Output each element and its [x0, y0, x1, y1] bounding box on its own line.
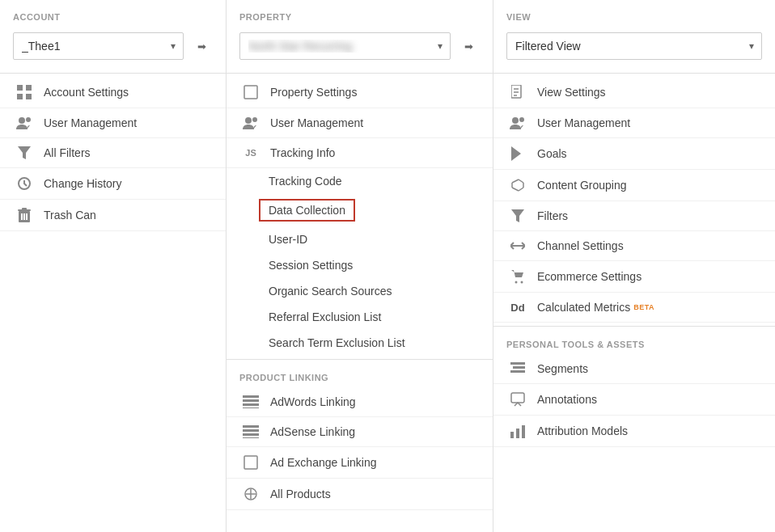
svg-point-4 [19, 117, 25, 124]
svg-point-15 [245, 117, 252, 124]
property-arrow-button[interactable]: ➡ [457, 35, 480, 57]
trash-icon [13, 208, 36, 222]
beta-badge: BETA [633, 303, 654, 311]
view-user-management-label: User Management [537, 116, 630, 129]
view-settings-label: View Settings [537, 86, 606, 99]
view-select[interactable]: Filtered View [506, 32, 762, 60]
svg-rect-0 [17, 85, 23, 91]
personal-tools-divider [493, 326, 775, 327]
sidebar-item-ad-exchange-linking[interactable]: Ad Exchange Linking [227, 447, 493, 479]
filter-icon [13, 146, 36, 159]
property-settings-label: Property Settings [270, 86, 357, 99]
svg-rect-14 [244, 86, 257, 99]
sidebar-item-all-filters[interactable]: All Filters [0, 138, 226, 168]
view-filter-icon [506, 209, 529, 222]
view-divider [493, 73, 775, 74]
sub-session-settings[interactable]: Session Settings [227, 252, 493, 278]
svg-line-38 [512, 188, 519, 191]
all-products-label: All Products [270, 488, 331, 500]
sub-referral-exclusion-list[interactable]: Referral Exclusion List [227, 304, 493, 330]
account-divider [0, 73, 226, 74]
sidebar-item-user-management[interactable]: User Management [0, 108, 226, 138]
ad-exchange-icon [239, 455, 262, 470]
sidebar-item-channel-settings[interactable]: Channel Settings [493, 231, 775, 261]
sidebar-item-view-settings[interactable]: View Settings [493, 77, 775, 108]
ecommerce-settings-label: Ecommerce Settings [537, 270, 642, 283]
calculated-metrics-label: Calculated Metrics [537, 301, 630, 314]
tracking-code-label: Tracking Code [269, 175, 342, 188]
svg-rect-50 [510, 432, 514, 438]
adsense-icon [239, 425, 262, 438]
svg-point-16 [252, 117, 257, 122]
view-column: VIEW Filtered View View Settings [493, 0, 775, 532]
view-label: VIEW [506, 12, 531, 22]
content-grouping-icon [506, 178, 529, 192]
sidebar-item-segments[interactable]: Segments [493, 354, 775, 384]
sub-search-term-exclusion-list[interactable]: Search Term Exclusion List [227, 330, 493, 356]
sidebar-item-goals[interactable]: Goals [493, 138, 775, 170]
account-select[interactable]: _Thee1 [13, 32, 184, 60]
property-select[interactable]: North Star Recurring [239, 32, 451, 60]
content-grouping-label: Content Grouping [537, 179, 627, 192]
channel-settings-icon [506, 239, 529, 252]
account-dropdown-wrapper: _Thee1 ➡ [0, 27, 226, 70]
user-id-label: User-ID [269, 233, 307, 246]
property-users-icon [239, 116, 262, 129]
sidebar-item-content-grouping[interactable]: Content Grouping [493, 170, 775, 201]
sub-tracking-code[interactable]: Tracking Code [227, 168, 493, 194]
sidebar-item-all-products[interactable]: All Products [227, 479, 493, 510]
svg-point-44 [515, 281, 518, 284]
sidebar-item-trash-can[interactable]: Trash Can [0, 200, 226, 231]
sidebar-item-tracking-info[interactable]: JS Tracking Info [227, 138, 493, 168]
all-filters-label: All Filters [44, 146, 91, 159]
sidebar-item-filters[interactable]: Filters [493, 201, 775, 231]
segments-icon [506, 362, 529, 375]
sidebar-item-property-settings[interactable]: Property Settings [227, 77, 493, 108]
svg-rect-20 [243, 407, 259, 408]
goals-label: Goals [537, 147, 567, 160]
sidebar-item-account-settings[interactable]: Account Settings [0, 77, 226, 108]
svg-point-5 [26, 117, 31, 122]
adwords-linking-label: AdWords Linking [270, 395, 356, 408]
sub-user-id[interactable]: User-ID [227, 226, 493, 252]
sub-data-collection[interactable]: Data Collection [227, 194, 493, 226]
property-select-wrapper[interactable]: North Star Recurring [239, 32, 451, 60]
property-header: PROPERTY [227, 0, 493, 27]
trash-can-label: Trash Can [44, 209, 96, 222]
sidebar-item-calculated-metrics[interactable]: Dd Calculated Metrics BETA [493, 293, 775, 323]
ecommerce-icon [506, 269, 529, 284]
view-select-wrapper[interactable]: Filtered View [506, 32, 762, 60]
account-select-wrapper[interactable]: _Thee1 [13, 32, 184, 60]
adsense-linking-label: AdSense Linking [270, 425, 355, 438]
sidebar-item-property-user-management[interactable]: User Management [227, 108, 493, 138]
svg-rect-13 [26, 213, 28, 220]
account-column: ACCOUNT _Thee1 ➡ Account Settings [0, 0, 227, 532]
sidebar-item-view-user-management[interactable]: User Management [493, 108, 775, 138]
sidebar-item-attribution-models[interactable]: Attribution Models [493, 416, 775, 447]
product-linking-header: PRODUCT LINKING [227, 363, 493, 387]
tracking-submenu: Tracking Code Data Collection User-ID Se… [227, 168, 493, 356]
data-collection-label: Data Collection [269, 204, 345, 217]
attribution-models-label: Attribution Models [537, 424, 628, 437]
svg-rect-18 [243, 399, 259, 402]
tracking-icon: JS [239, 148, 262, 158]
sidebar-item-ecommerce-settings[interactable]: Ecommerce Settings [493, 261, 775, 293]
sidebar-item-change-history[interactable]: Change History [0, 168, 226, 200]
svg-rect-2 [17, 94, 23, 99]
sub-organic-search-sources[interactable]: Organic Search Sources [227, 278, 493, 304]
personal-tools-header: PERSONAL TOOLS & ASSETS [493, 330, 775, 354]
calculated-metrics-icon: Dd [506, 302, 529, 314]
referral-exclusion-list-label: Referral Exclusion List [269, 310, 381, 323]
svg-point-34 [519, 117, 524, 122]
sidebar-item-adwords-linking[interactable]: AdWords Linking [227, 387, 493, 417]
history-icon [13, 176, 36, 191]
annotations-label: Annotations [537, 393, 597, 406]
sidebar-item-annotations[interactable]: Annotations [493, 384, 775, 416]
property-user-management-label: User Management [270, 116, 363, 129]
sidebar-item-adsense-linking[interactable]: AdSense Linking [227, 417, 493, 447]
property-dropdown-wrapper: North Star Recurring ➡ [227, 27, 493, 70]
svg-rect-11 [21, 213, 23, 220]
account-arrow-button[interactable]: ➡ [190, 35, 213, 57]
svg-rect-51 [516, 429, 519, 438]
svg-marker-35 [511, 146, 521, 161]
